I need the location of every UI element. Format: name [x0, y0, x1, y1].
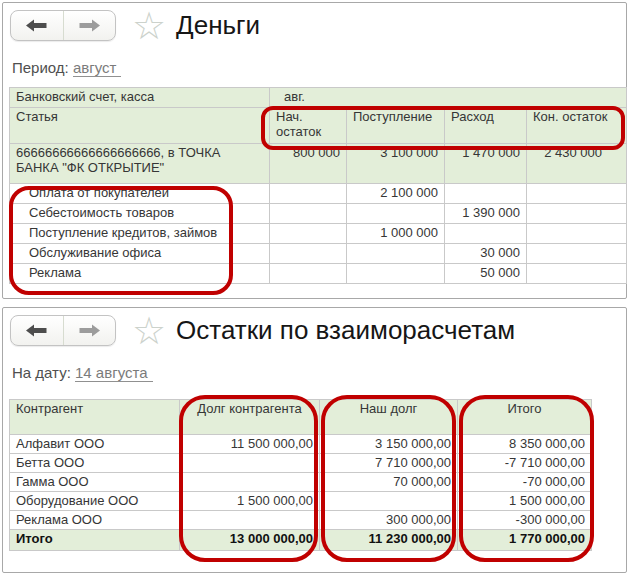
counterparty-cell: Оборудование ООО: [10, 492, 180, 511]
expense-cell: [445, 184, 527, 204]
table-row: Оплата от покупателей 2 100 000: [10, 184, 627, 204]
debt-cell: 1 500 000,00: [180, 492, 320, 511]
article-cell: Оплата от покупателей: [10, 184, 270, 204]
total-cell: 8 350 000,00: [458, 435, 592, 454]
money-report-panel: ☆ Деньги Период: август Банковский счет,…: [2, 2, 627, 299]
expense-cell: 1 390 000: [445, 204, 527, 224]
forward-button[interactable]: [63, 316, 116, 345]
end-cell: [527, 244, 627, 264]
money-header: ☆ Деньги: [10, 10, 260, 41]
money-table: Банковский счет, касса авг. Статья Нач. …: [9, 87, 627, 284]
column-header-expense: Расход: [445, 108, 527, 144]
start-cell: [270, 184, 347, 204]
income-cell: [347, 204, 445, 224]
arrow-left-icon: [26, 19, 47, 32]
expense-cell: 50 000: [445, 264, 527, 284]
column-header-debt: Долг контрагента: [180, 400, 320, 435]
table-row: Себестоимость товаров 1 390 000: [10, 204, 627, 224]
article-cell: Реклама: [10, 264, 270, 284]
back-button[interactable]: [11, 316, 63, 345]
column-header-income: Поступление: [347, 108, 445, 144]
date-label: На дату:: [12, 364, 71, 381]
forward-button[interactable]: [63, 11, 116, 40]
debt-cell: [180, 473, 320, 492]
favorite-star-icon[interactable]: ☆: [132, 11, 166, 41]
group-header-account: Банковский счет, касса: [10, 88, 270, 108]
arrow-left-icon: [26, 324, 47, 337]
column-header-counterparty: Контрагент: [10, 400, 180, 435]
income-cell: [347, 244, 445, 264]
column-header-article: Статья: [10, 108, 270, 144]
debt-cell: [180, 454, 320, 473]
arrow-right-icon: [79, 324, 100, 337]
column-header-start: Нач. остаток: [270, 108, 347, 144]
group-header-row: Банковский счет, касса авг.: [10, 88, 627, 108]
total-label-cell: Итого: [10, 530, 180, 551]
column-header-end: Кон. остаток: [527, 108, 627, 144]
nav-button-group: [10, 315, 116, 346]
end-cell: [527, 224, 627, 244]
total-cell: -300 000,00: [458, 511, 592, 530]
table-row: Оборудование ООО 1 500 000,00 1 500 000,…: [10, 492, 592, 511]
counterparty-cell: Бетта ООО: [10, 454, 180, 473]
account-name-cell: 66666666666666666666, в ТОЧКА БАНКА "ФК …: [10, 144, 270, 184]
favorite-star-icon[interactable]: ☆: [132, 316, 166, 346]
period-line: Период: август: [12, 59, 121, 76]
expense-cell: 30 000: [445, 244, 527, 264]
total-our-debt-cell: 11 230 000,00: [320, 530, 458, 551]
table-row: Гамма ООО 70 000,00 -70 000,00: [10, 473, 592, 492]
table-row: Обслуживание офиса 30 000: [10, 244, 627, 264]
total-cell: -7 710 000,00: [458, 454, 592, 473]
expense-cell: [445, 224, 527, 244]
total-total-cell: 1 770 000,00: [458, 530, 592, 551]
account-income-cell: 3 100 000: [347, 144, 445, 184]
account-expense-cell: 1 470 000: [445, 144, 527, 184]
start-cell: [270, 244, 347, 264]
our-debt-cell: 70 000,00: [320, 473, 458, 492]
start-cell: [270, 224, 347, 244]
end-cell: [527, 204, 627, 224]
start-cell: [270, 264, 347, 284]
start-cell: [270, 204, 347, 224]
column-header-row: Статья Нач. остаток Поступление Расход К…: [10, 108, 627, 144]
our-debt-cell: [320, 492, 458, 511]
table-row: Бетта ООО 7 710 000,00 -7 710 000,00: [10, 454, 592, 473]
end-cell: [527, 264, 627, 284]
total-cell: 1 500 000,00: [458, 492, 592, 511]
column-header-row: Контрагент Долг контрагента Наш долг Ито…: [10, 400, 592, 435]
balances-header: ☆ Остатки по взаиморасчетам: [10, 315, 515, 346]
period-label: Период:: [12, 59, 69, 76]
date-line: На дату: 14 августа: [12, 364, 153, 381]
income-cell: 2 100 000: [347, 184, 445, 204]
column-header-total: Итого: [458, 400, 592, 435]
arrow-right-icon: [79, 19, 100, 32]
debt-cell: 11 500 000,00: [180, 435, 320, 454]
account-end-cell: 2 430 000: [527, 144, 627, 184]
counterparty-cell: Реклама ООО: [10, 511, 180, 530]
article-cell: Обслуживание офиса: [10, 244, 270, 264]
debt-cell: [180, 511, 320, 530]
income-cell: [347, 264, 445, 284]
table-row: Поступление кредитов, займов 1 000 000: [10, 224, 627, 244]
table-row: Алфавит ООО 11 500 000,00 3 150 000,00 8…: [10, 435, 592, 454]
nav-button-group: [10, 10, 116, 41]
end-cell: [527, 184, 627, 204]
article-cell: Поступление кредитов, займов: [10, 224, 270, 244]
our-debt-cell: 3 150 000,00: [320, 435, 458, 454]
date-link[interactable]: 14 августа: [75, 364, 153, 382]
group-header-month: авг.: [270, 88, 627, 108]
back-button[interactable]: [11, 11, 63, 40]
balances-report-panel: ☆ Остатки по взаиморасчетам На дату: 14 …: [2, 307, 627, 573]
money-title: Деньги: [176, 10, 260, 41]
total-cell: -70 000,00: [458, 473, 592, 492]
total-debt-cell: 13 000 000,00: [180, 530, 320, 551]
counterparty-cell: Гамма ООО: [10, 473, 180, 492]
our-debt-cell: 7 710 000,00: [320, 454, 458, 473]
balances-title: Остатки по взаиморасчетам: [176, 315, 515, 346]
counterparty-cell: Алфавит ООО: [10, 435, 180, 454]
income-cell: 1 000 000: [347, 224, 445, 244]
balances-table: Контрагент Долг контрагента Наш долг Ито…: [9, 399, 592, 551]
account-row: 66666666666666666666, в ТОЧКА БАНКА "ФК …: [10, 144, 627, 184]
period-link[interactable]: август: [73, 59, 121, 77]
table-row: Реклама ООО 300 000,00 -300 000,00: [10, 511, 592, 530]
